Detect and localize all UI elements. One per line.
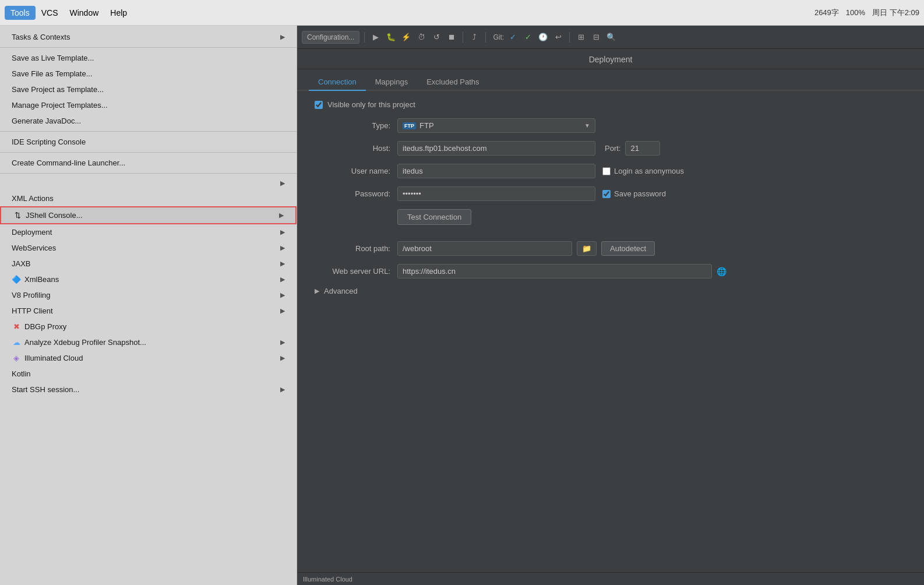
autodetect-button[interactable]: Autodetect (601, 241, 655, 256)
rerun-icon[interactable]: ↺ (430, 31, 443, 44)
statusbar: Illuminated Cloud (297, 572, 924, 585)
globe-icon: 🌐 (717, 267, 726, 276)
tab-mappings[interactable]: Mappings (366, 74, 417, 91)
divider-4 (0, 173, 297, 174)
xmlbeans-label: JAXB (12, 259, 31, 268)
host-input-group: Port: (397, 141, 660, 156)
toolbar-separator-3 (485, 32, 486, 43)
save-file-label: Save File as Template... (12, 69, 93, 78)
tab-excluded-paths[interactable]: Excluded Paths (417, 74, 488, 91)
manage-templates-label: Manage Project Templates... (12, 101, 108, 110)
webservices-arrow: ▶ (280, 228, 285, 236)
menu-item-generate-javadoc[interactable]: Generate JavaDoc... (0, 113, 297, 129)
menu-help[interactable]: Help (104, 6, 133, 20)
save-password-checkbox[interactable] (602, 190, 611, 198)
right-panel: Configuration... ▶ 🐛 ⚡ ⏱ ↺ ⏹ ⤴ Git: ✓ ✓ … (297, 26, 924, 585)
menu-item-dbgp-proxy[interactable]: HTTP Client ▶ (0, 303, 297, 319)
menu-item-jshell[interactable]: XML Actions (0, 191, 297, 206)
dbgp-arrow: ▶ (280, 307, 285, 315)
menu-item-jaxb[interactable]: WebServices ▶ (0, 240, 297, 256)
menu-item-illuminated-cloud[interactable]: ☁ Analyze Xdebug Profiler Snapshot... ▶ (0, 334, 297, 350)
advanced-row[interactable]: ▶ Advanced (315, 287, 907, 295)
char-count: 2649字 (814, 8, 839, 18)
git-history[interactable]: 🕐 (537, 31, 549, 44)
menu-item-analyze-xdebug[interactable]: ✖ DBGp Proxy (0, 319, 297, 334)
root-path-row: Root path: 📁 Autodetect (315, 241, 907, 256)
menu-item-webservices[interactable]: Deployment ▶ (0, 224, 297, 240)
toolbar-separator-2 (463, 32, 463, 43)
update-icon[interactable]: ⤴ (468, 31, 481, 44)
test-connection-button[interactable]: Test Connection (397, 209, 471, 225)
type-dropdown-arrow: ▼ (584, 122, 590, 129)
debug-icon[interactable]: 🐛 (385, 31, 397, 44)
login-anon-checkbox[interactable] (602, 167, 611, 175)
tabs: Connection Mappings Excluded Paths (297, 69, 924, 91)
port-input[interactable] (625, 141, 660, 156)
menu-item-tasks-contexts[interactable]: Tasks & Contexts ▶ (0, 29, 297, 45)
git-check-blue[interactable]: ✓ (506, 31, 519, 44)
type-label: Type: (315, 121, 390, 130)
menu-item-save-file[interactable]: Save File as Template... (0, 66, 297, 82)
illuminated-cloud-icon: ☁ (12, 338, 21, 347)
menu-item-xml-actions[interactable]: ▶ (0, 176, 297, 191)
menu-item-deployment[interactable]: ⇅ JShell Console... ▶ (0, 206, 297, 224)
menu-item-composer[interactable]: Start SSH session... ▶ (0, 382, 297, 397)
menu-item-xmlbeans[interactable]: JAXB ▶ (0, 256, 297, 272)
visible-only-checkbox[interactable] (315, 101, 323, 109)
configuration-button[interactable]: Configuration... (302, 31, 359, 44)
layout-icon-2[interactable]: ⊟ (590, 31, 602, 44)
search-icon[interactable]: 🔍 (605, 31, 618, 44)
jaxb-label: WebServices (12, 244, 56, 252)
git-revert[interactable]: ↩ (552, 31, 565, 44)
root-path-label: Root path: (315, 244, 390, 253)
layout-icon-1[interactable]: ⊞ (574, 31, 587, 44)
menu-item-create-launcher[interactable]: Create Command-line Launcher... (0, 155, 297, 171)
git-check-green[interactable]: ✓ (521, 31, 534, 44)
menu-item-save-project[interactable]: Save Project as Template... (0, 82, 297, 97)
jshell-label: XML Actions (12, 194, 54, 203)
menu-item-v8-profiling[interactable]: 🔷 XmlBeans ▶ (0, 272, 297, 287)
menu-item-start-ssh[interactable]: Kotlin (0, 366, 297, 382)
kotlin-arrow: ▶ (280, 354, 285, 362)
save-live-label: Save as Live Template... (12, 54, 94, 62)
host-label: Host: (315, 144, 390, 153)
menu-item-save-live[interactable]: Save as Live Template... (0, 50, 297, 66)
menu-item-ide-scripting[interactable]: IDE Scripting Console (0, 134, 297, 150)
divider-3 (0, 152, 297, 153)
root-path-input[interactable] (397, 241, 572, 256)
profile-icon[interactable]: ⏱ (415, 31, 428, 44)
browse-button[interactable]: 📁 (577, 241, 597, 256)
menu-vcs[interactable]: VCS (36, 6, 64, 20)
form-area: Visible only for this project Type: FTP … (297, 91, 924, 572)
ide-scripting-label: IDE Scripting Console (12, 138, 86, 146)
deployment-title: Deployment (297, 49, 924, 69)
type-row: Type: FTP FTP ▼ (315, 118, 907, 133)
menu-tools[interactable]: Tools (5, 6, 36, 20)
start-ssh-label: Kotlin (12, 369, 31, 378)
dbgp-proxy-label: HTTP Client (12, 306, 53, 315)
username-input[interactable] (397, 164, 595, 178)
type-select[interactable]: FTP FTP ▼ (397, 118, 595, 133)
password-input[interactable] (397, 186, 595, 201)
menu-item-http-client[interactable]: V8 Profiling ▶ (0, 287, 297, 303)
username-row: User name: Login as anonymous (315, 164, 907, 178)
webservices-label: Deployment (12, 228, 52, 237)
tasks-contexts-label: Tasks & Contexts (12, 33, 70, 41)
v8-profiling-label: XmlBeans (24, 275, 59, 284)
menu-window[interactable]: Window (64, 6, 104, 20)
tab-connection[interactable]: Connection (309, 74, 366, 91)
save-project-label: Save Project as Template... (12, 85, 104, 94)
host-input[interactable] (397, 141, 595, 156)
xml-actions-arrow: ▶ (280, 179, 285, 187)
composer-arrow: ▶ (280, 386, 285, 393)
deployment-label: JShell Console... (26, 211, 83, 220)
web-server-input[interactable] (397, 264, 712, 279)
menu-item-manage-templates[interactable]: Manage Project Templates... (0, 97, 297, 113)
host-row: Host: Port: (315, 141, 907, 156)
create-launcher-label: Create Command-line Launcher... (12, 158, 125, 167)
coverage-icon[interactable]: ⚡ (400, 31, 412, 44)
stop-icon[interactable]: ⏹ (445, 31, 458, 44)
run-icon[interactable]: ▶ (369, 31, 382, 44)
menu-item-kotlin[interactable]: ◈ Illuminated Cloud ▶ (0, 350, 297, 366)
tasks-contexts-arrow: ▶ (280, 33, 285, 41)
